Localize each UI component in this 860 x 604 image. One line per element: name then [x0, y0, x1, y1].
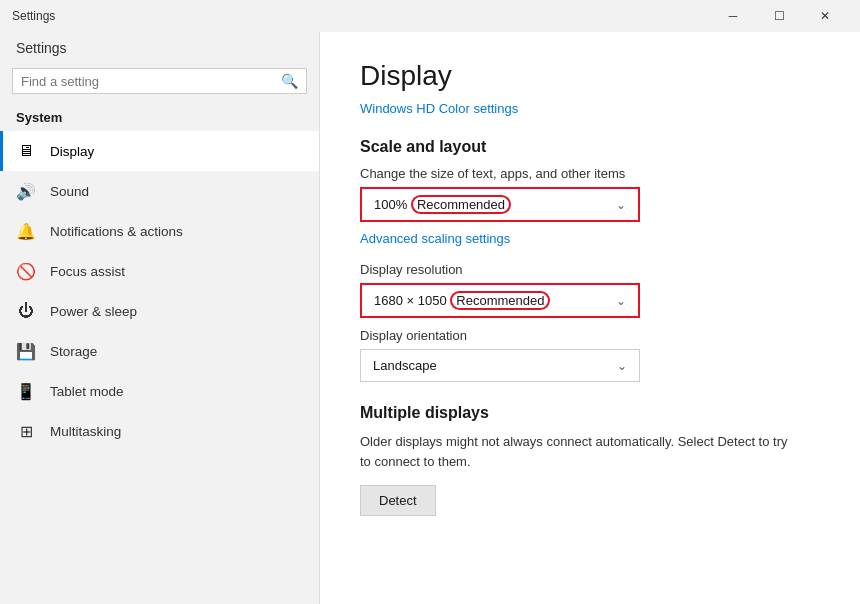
close-button[interactable]: ✕ [802, 0, 848, 32]
advanced-scaling-link[interactable]: Advanced scaling settings [360, 231, 510, 246]
search-box[interactable]: 🔍 [12, 68, 307, 94]
notifications-icon: 🔔 [16, 221, 36, 241]
sidebar-item-focus[interactable]: 🚫 Focus assist [0, 251, 319, 291]
scale-dropdown[interactable]: 100% Recommended ⌄ [360, 187, 640, 222]
app-body: Settings 🔍 System 🖥 Display 🔊 Sound 🔔 No… [0, 32, 860, 604]
orientation-chevron-icon: ⌄ [617, 359, 627, 373]
resolution-dropdown[interactable]: 1680 × 1050 Recommended ⌄ [360, 283, 640, 318]
titlebar: Settings ─ ☐ ✕ [0, 0, 860, 32]
sidebar-item-multitasking[interactable]: ⊞ Multitasking [0, 411, 319, 451]
search-icon: 🔍 [281, 73, 298, 89]
titlebar-controls: ─ ☐ ✕ [710, 0, 848, 32]
scale-value-circled: Recommended [411, 195, 511, 214]
resolution-field-label: Display resolution [360, 262, 820, 277]
resolution-value-plain: 1680 × 1050 [374, 293, 450, 308]
power-icon: ⏻ [16, 301, 36, 321]
sidebar: Settings 🔍 System 🖥 Display 🔊 Sound 🔔 No… [0, 32, 320, 604]
storage-icon: 💾 [16, 341, 36, 361]
sidebar-item-label-sound: Sound [50, 184, 89, 199]
minimize-button[interactable]: ─ [710, 0, 756, 32]
sidebar-item-label-storage: Storage [50, 344, 97, 359]
resolution-dropdown-text: 1680 × 1050 Recommended [374, 293, 550, 308]
resolution-chevron-icon: ⌄ [616, 294, 626, 308]
resolution-value-circled: Recommended [450, 291, 550, 310]
scale-field-label: Change the size of text, apps, and other… [360, 166, 820, 181]
sidebar-item-label-tablet: Tablet mode [50, 384, 124, 399]
sidebar-item-label-notifications: Notifications & actions [50, 224, 183, 239]
detect-button[interactable]: Detect [360, 485, 436, 516]
page-title: Display [360, 60, 820, 92]
search-input[interactable] [21, 74, 281, 89]
sidebar-item-label-focus: Focus assist [50, 264, 125, 279]
sidebar-item-sound[interactable]: 🔊 Sound [0, 171, 319, 211]
focus-icon: 🚫 [16, 261, 36, 281]
hd-color-link[interactable]: Windows HD Color settings [360, 101, 518, 116]
main-content: Display Windows HD Color settings Scale … [320, 32, 860, 604]
sidebar-app-title: Settings [0, 32, 319, 60]
scale-value-plain: 100% [374, 197, 411, 212]
sidebar-item-notifications[interactable]: 🔔 Notifications & actions [0, 211, 319, 251]
tablet-icon: 📱 [16, 381, 36, 401]
scale-section-title: Scale and layout [360, 138, 820, 156]
sound-icon: 🔊 [16, 181, 36, 201]
orientation-dropdown-text: Landscape [373, 358, 437, 373]
sidebar-item-storage[interactable]: 💾 Storage [0, 331, 319, 371]
sidebar-item-tablet[interactable]: 📱 Tablet mode [0, 371, 319, 411]
multiple-displays-text: Older displays might not always connect … [360, 432, 800, 471]
sidebar-item-label-multitasking: Multitasking [50, 424, 121, 439]
sidebar-item-label-power: Power & sleep [50, 304, 137, 319]
orientation-dropdown[interactable]: Landscape ⌄ [360, 349, 640, 382]
multitasking-icon: ⊞ [16, 421, 36, 441]
sidebar-item-power[interactable]: ⏻ Power & sleep [0, 291, 319, 331]
scale-dropdown-text: 100% Recommended [374, 197, 511, 212]
system-section-label: System [0, 106, 319, 131]
titlebar-title: Settings [12, 9, 710, 23]
maximize-button[interactable]: ☐ [756, 0, 802, 32]
sidebar-item-label-display: Display [50, 144, 94, 159]
display-icon: 🖥 [16, 141, 36, 161]
sidebar-item-display[interactable]: 🖥 Display [0, 131, 319, 171]
scale-chevron-icon: ⌄ [616, 198, 626, 212]
multiple-displays-title: Multiple displays [360, 404, 820, 422]
orientation-field-label: Display orientation [360, 328, 820, 343]
